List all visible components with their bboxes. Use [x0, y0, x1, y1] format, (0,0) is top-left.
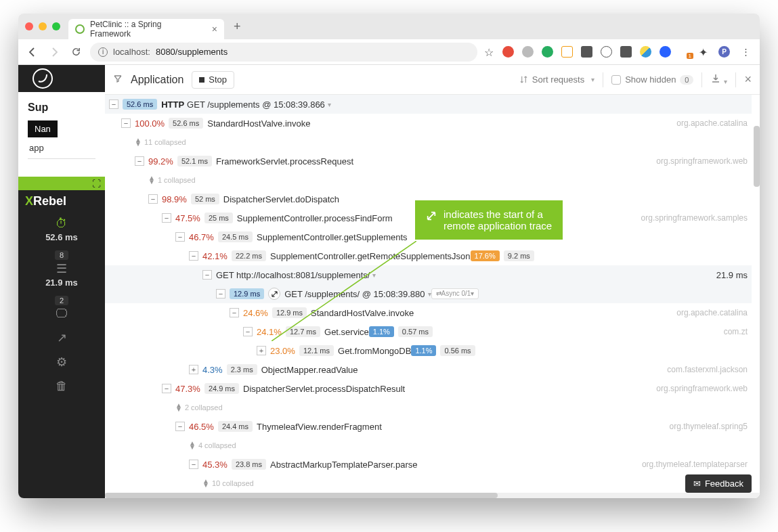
extension-icon[interactable]: 1	[679, 46, 691, 58]
trace-row[interactable]: − 100.0% 52.6 ms StandardHostValve.invok…	[105, 114, 752, 133]
extension-icon[interactable]	[620, 46, 632, 58]
envelope-icon: ✉	[693, 479, 701, 489]
forward-button[interactable]	[47, 45, 62, 60]
xrebel-trash[interactable]: 🗑	[18, 375, 105, 399]
expand-toggle[interactable]: −	[230, 308, 239, 317]
package: org.thymeleaf.spring5	[670, 422, 752, 431]
extension-icon[interactable]	[502, 46, 514, 58]
expand-toggle[interactable]: −	[243, 327, 253, 336]
browser-window: PetClinic :: a Spring Framework × + i lo…	[18, 14, 760, 498]
brand-x: X	[25, 194, 33, 208]
xrebel-db[interactable]: 8 ☰ 21.9 ms	[18, 246, 105, 292]
remote-trace-row[interactable]: − 12.9 ms GET /supplements/ @ 15:08:39.8…	[105, 284, 752, 303]
trace-row[interactable]: + 4.3% 2.3 ms ObjectMapper.readValue com…	[105, 360, 752, 379]
stop-button[interactable]: Stop	[192, 71, 234, 89]
trace-tree: − 52.6 ms HTTP GET /supplements @ 15:08:…	[105, 95, 760, 498]
xrebel-timer[interactable]: ⏱ 52.6 ms	[18, 213, 105, 246]
trace-row[interactable]: − 47.3% 24.9 ms DispatcherServlet.proces…	[105, 379, 752, 398]
expand-toggle[interactable]: −	[162, 384, 171, 393]
expand-toggle[interactable]: −	[135, 156, 144, 166]
show-hidden-toggle[interactable]: Show hidden 0	[611, 74, 693, 85]
trace-row[interactable]: − 46.5% 24.4 ms ThymeleafView.renderFrag…	[105, 417, 752, 436]
extension-icon[interactable]	[522, 46, 534, 58]
expand-toggle[interactable]: −	[148, 194, 158, 204]
spring-logo-icon	[32, 68, 53, 89]
collapsed-row[interactable]: ▲▼10 collapsed	[105, 474, 752, 493]
new-tab-button[interactable]: +	[234, 20, 241, 34]
extension-icon[interactable]	[660, 46, 671, 58]
app-header	[18, 65, 105, 92]
tab-close-icon[interactable]: ×	[212, 24, 217, 35]
collapsed-row[interactable]: ▲▼4 collapsed	[105, 436, 752, 455]
expand-toggle[interactable]: −	[202, 270, 212, 280]
stop-icon	[199, 77, 204, 83]
close-window-icon[interactable]	[25, 22, 33, 30]
xrebel-external[interactable]: ↗	[18, 326, 105, 351]
percent: 46.5%	[189, 422, 214, 432]
xrebel-screen[interactable]: 2 🖵	[18, 292, 105, 326]
db-count: 8	[55, 250, 68, 260]
chevron-down-icon[interactable]: ▾	[372, 271, 376, 279]
duration-pill: 24.4 ms	[218, 421, 253, 432]
extensions-puzzle-icon[interactable]: ✦	[699, 46, 710, 58]
trace-row[interactable]: − 99.2% 52.1 ms FrameworkServlet.process…	[105, 152, 752, 171]
expand-icon[interactable]: ⛶	[92, 179, 101, 189]
expand-toggle[interactable]: −	[162, 213, 171, 223]
browser-tab[interactable]: PetClinic :: a Spring Framework ×	[68, 19, 224, 39]
remote-url-row[interactable]: − GET http://localhost:8081/supplements/…	[105, 265, 752, 284]
extension-icon[interactable]	[561, 46, 573, 58]
expand-toggle[interactable]: −	[175, 422, 185, 431]
expand-toggle[interactable]: −	[109, 99, 118, 109]
method: ObjectMapper.readValue	[261, 365, 358, 375]
back-button[interactable]	[25, 45, 40, 60]
duration-pill: 52 ms	[191, 194, 219, 204]
url-input[interactable]: i localhost:8080/supplements	[90, 43, 477, 62]
xrebel-settings[interactable]: ⚙	[18, 351, 105, 375]
expand-toggle[interactable]: −	[175, 232, 185, 242]
sort-requests-dropdown[interactable]: Sort requests ▾	[519, 74, 595, 85]
expand-toggle[interactable]: −	[189, 460, 198, 469]
expand-toggle[interactable]: −	[216, 289, 225, 298]
reload-button[interactable]	[68, 45, 83, 60]
profile-avatar-icon[interactable]: P	[718, 46, 730, 58]
collapsed-row[interactable]: ▲▼11 collapsed	[105, 133, 752, 152]
expand-toggle[interactable]: −	[121, 118, 131, 128]
method: Get.fromMongoDB	[338, 346, 411, 356]
extension-icon[interactable]	[601, 46, 612, 58]
expand-toggle[interactable]: +	[257, 346, 266, 355]
filter-icon[interactable]	[113, 74, 123, 85]
trace-row[interactable]: − 45.3% 23.8 ms AbstractMarkupTemplatePa…	[105, 455, 752, 474]
expand-toggle[interactable]: −	[189, 251, 198, 261]
vertical-scrollbar[interactable]	[754, 125, 760, 498]
horizontal-scrollbar[interactable]	[105, 493, 760, 498]
minimize-window-icon[interactable]	[39, 22, 47, 30]
chevron-down-icon: ▾	[591, 76, 595, 83]
bookmark-star-icon[interactable]: ☆	[484, 46, 496, 58]
site-info-icon[interactable]: i	[98, 47, 108, 57]
collapsed-row[interactable]: ▲▼1 collapsed	[105, 171, 752, 190]
request-url: GET http://localhost:8081/supplements/	[216, 270, 370, 280]
extension-icon[interactable]	[640, 46, 651, 58]
extension-icon[interactable]	[542, 46, 553, 58]
protocol: HTTP	[161, 99, 184, 110]
trace-root-row[interactable]: − 52.6 ms HTTP GET /supplements @ 15:08:…	[105, 95, 752, 114]
trace-row[interactable]: − 24.1% 12.7 ms Get.service 1.1% 0.57 ms…	[105, 322, 752, 341]
expand-toggle[interactable]: +	[189, 365, 198, 374]
chevron-down-icon[interactable]: ▾	[328, 101, 331, 108]
duration-pill: 12.7 ms	[286, 326, 320, 337]
chevron-down-icon[interactable]: ▾	[428, 290, 431, 298]
feedback-button[interactable]: ✉ Feedback	[685, 474, 752, 493]
collapsed-row[interactable]: ▲▼2 collapsed	[105, 398, 752, 417]
browser-menu-icon[interactable]: ⋮	[738, 45, 753, 60]
percent: 4.3%	[202, 365, 223, 375]
close-panel-button[interactable]: ×	[744, 72, 752, 87]
maximize-window-icon[interactable]	[52, 22, 60, 30]
async-badge[interactable]: ⇄ Async 0/1 ▾	[431, 288, 479, 299]
extension-icon[interactable]	[581, 46, 592, 58]
collapse-icon: ▲▼	[148, 176, 155, 184]
trace-row[interactable]: − 42.1% 22.2 ms SupplementController.get…	[105, 246, 752, 265]
trace-row[interactable]: − 24.6% 12.9 ms StandardHostValve.invoke…	[105, 303, 752, 322]
request: GET /supplements @ 15:08:39.866	[187, 99, 325, 110]
download-button[interactable]: ▾	[710, 73, 727, 86]
trace-row[interactable]: + 23.0% 12.1 ms Get.fromMongoDB 1.1% 0.5…	[105, 341, 752, 360]
